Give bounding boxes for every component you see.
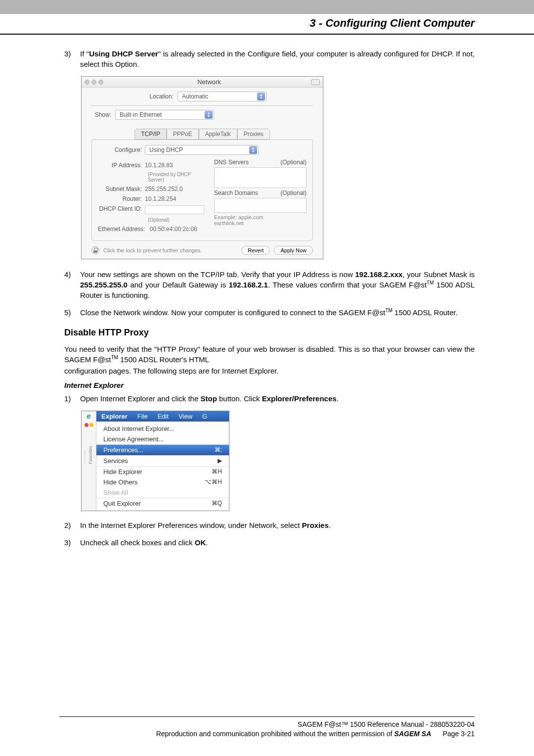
step-3-text: If "Using DHCP Server" is already select… xyxy=(80,48,475,69)
client-id-input[interactable] xyxy=(145,205,204,214)
ie-step-2: 2) In the Internet Explorer Preferences … xyxy=(64,520,475,530)
ie2t2: . xyxy=(329,521,331,529)
menu-explorer[interactable]: Explorer xyxy=(96,411,133,422)
menu-edit[interactable]: Edit xyxy=(153,411,174,422)
step-3-number: 3) xyxy=(64,48,80,69)
subnet-label: Subnet Mask: xyxy=(98,186,145,192)
traffic-dots xyxy=(85,80,103,85)
configure-value: Using DHCP xyxy=(149,146,183,153)
step-5-number: 5) xyxy=(64,307,80,318)
show-label: Show: xyxy=(92,111,115,118)
menu-item-preferences[interactable]: Preferences... ⌘; xyxy=(96,445,229,455)
chevron-updown-icon: ▲▼ xyxy=(257,93,265,100)
header-bar xyxy=(0,0,534,14)
tab-pppoe[interactable]: PPPoE xyxy=(167,129,199,140)
show-value: Built-in Ethernet xyxy=(120,111,162,118)
network-titlebar: Network xyxy=(82,77,323,88)
lock-text: Click the lock to prevent further change… xyxy=(103,247,237,253)
menu-item-license[interactable]: License Agreement... xyxy=(96,434,229,444)
chevron-updown-icon: ▲▼ xyxy=(249,146,257,154)
client-row: DHCP Client ID: xyxy=(98,205,204,214)
net-col-right: DNS Servers (Optional) Search Domains (O… xyxy=(214,159,307,236)
show-select[interactable]: Built-in Ethernet ▲▼ xyxy=(115,110,214,120)
menu-item-about[interactable]: About Internet Explorer... xyxy=(96,424,229,434)
location-row: Location: Automatic ▲▼ xyxy=(82,88,323,105)
ie3b1: OK xyxy=(195,538,206,547)
exp-side-spacer xyxy=(88,430,89,435)
close-icon[interactable] xyxy=(85,80,89,85)
apply-now-button[interactable]: Apply Now xyxy=(274,246,313,255)
show-row: Show: Built-in Ethernet ▲▼ xyxy=(82,106,323,124)
circle-icon xyxy=(89,423,93,427)
tab-proxies[interactable]: Proxies xyxy=(237,129,270,140)
menu-item-hide-others[interactable]: Hide Others ⌥⌘H xyxy=(96,477,229,487)
s3-pre: If " xyxy=(80,49,89,58)
show-all-label: Show All xyxy=(103,489,128,496)
location-label: Location: xyxy=(138,93,178,100)
tabbar: TCP/IP PPPoE AppleTalk Proxies xyxy=(91,129,313,140)
chapter-header: 3 - Configuring Client Computer xyxy=(0,14,534,35)
ie1t2: button. Click xyxy=(217,394,262,403)
menu-item-hide-explorer[interactable]: Hide Explorer ⌘H xyxy=(96,467,229,477)
router-label: Router: xyxy=(98,195,145,202)
dns-label: DNS Servers xyxy=(214,159,249,166)
menubar: Explorer File Edit View G xyxy=(96,411,229,422)
configure-row: Configure: Using DHCP ▲▼ xyxy=(98,145,307,155)
toolbar-button-icon[interactable] xyxy=(311,79,320,85)
chevron-right-icon: ▶ xyxy=(218,457,222,465)
tab-tcpip[interactable]: TCP/IP xyxy=(134,129,167,140)
ie-step-1-number: 1) xyxy=(64,393,80,404)
para-proxy: You need to verify that the "HTTP Proxy"… xyxy=(64,344,475,365)
net-bottom: Click the lock to prevent further change… xyxy=(91,246,313,255)
s5t1: Close the Network window. Now your compu… xyxy=(80,308,385,317)
sidebar-favorites-label: Favorites xyxy=(85,450,93,464)
client-label: DHCP Client ID: xyxy=(98,205,145,214)
search-head: Search Domains (Optional) xyxy=(214,189,307,196)
hide-exp-shortcut: ⌘H xyxy=(212,468,222,475)
footer-line2: Reproduction and communication prohibite… xyxy=(59,729,475,739)
dns-input[interactable] xyxy=(214,167,307,188)
ip-sub: (Provided by DHCP Server) xyxy=(98,172,204,183)
ip-row: IP Address: 10.1.28.83 xyxy=(98,162,204,169)
lock-icon[interactable] xyxy=(91,246,99,254)
router-value: 10.1.28.254 xyxy=(145,195,176,202)
search-optional: (Optional) xyxy=(280,189,307,196)
ie3t1: Uncheck all check boxes and click xyxy=(80,538,195,547)
ie-step-3: 3) Uncheck all check boxes and click OK. xyxy=(64,537,475,548)
tab-appletalk[interactable]: AppleTalk xyxy=(199,129,237,140)
menu-item-quit[interactable]: Quit Explorer ⌘Q xyxy=(96,498,229,509)
eth-label: Ethernet Address: xyxy=(98,226,148,233)
minimize-icon[interactable] xyxy=(91,80,96,85)
configure-select[interactable]: Using DHCP ▲▼ xyxy=(145,145,259,155)
zoom-icon[interactable] xyxy=(98,80,103,85)
ie-step-1-text: Open Internet Explorer and click the Sto… xyxy=(80,393,475,404)
client-sub: (Optional) xyxy=(98,217,204,223)
menu-view[interactable]: View xyxy=(174,411,197,422)
subnet-row: Subnet Mask: 255.255.252.0 xyxy=(98,186,204,192)
search-label: Search Domains xyxy=(214,189,258,196)
dns-optional: (Optional) xyxy=(280,159,307,166)
location-select[interactable]: Automatic ▲▼ xyxy=(178,92,267,101)
menu-file[interactable]: File xyxy=(133,411,153,422)
revert-button[interactable]: Revert xyxy=(241,246,270,255)
menu-item-services[interactable]: Services ▶ xyxy=(96,456,229,466)
explorer-menu-window: e Favorites Explorer File Edit View G Ab… xyxy=(81,411,229,511)
step-4: 4) Your new settings are shown on the TC… xyxy=(64,269,475,300)
s5tm: TM xyxy=(385,308,392,313)
ie-step-2-text: In the Internet Explorer Preferences win… xyxy=(80,520,475,530)
ie-step-3-text: Uncheck all check boxes and click OK. xyxy=(80,537,475,548)
ie1b1: Stop xyxy=(200,394,217,403)
ie2t1: In the Internet Explorer Preferences win… xyxy=(80,521,302,529)
ie1b2: Explorer/Preferences xyxy=(262,394,337,403)
footer-line2b: SAGEM SA xyxy=(394,730,431,738)
s4t2: , your Subnet Mask is xyxy=(402,270,475,279)
s4tm: TM xyxy=(427,280,434,285)
menu-more[interactable]: G xyxy=(197,411,212,422)
s4b1: 192.168.2.xxx xyxy=(355,270,402,279)
footer-line2a: Reproduction and communication prohibite… xyxy=(156,730,395,738)
exp-sidebar: e Favorites xyxy=(82,411,96,511)
menu-dropdown: About Internet Explorer... License Agree… xyxy=(96,422,229,511)
prefs-shortcut: ⌘; xyxy=(215,446,222,454)
content: 3) If "Using DHCP Server" is already sel… xyxy=(0,48,534,548)
search-input[interactable] xyxy=(214,198,307,213)
